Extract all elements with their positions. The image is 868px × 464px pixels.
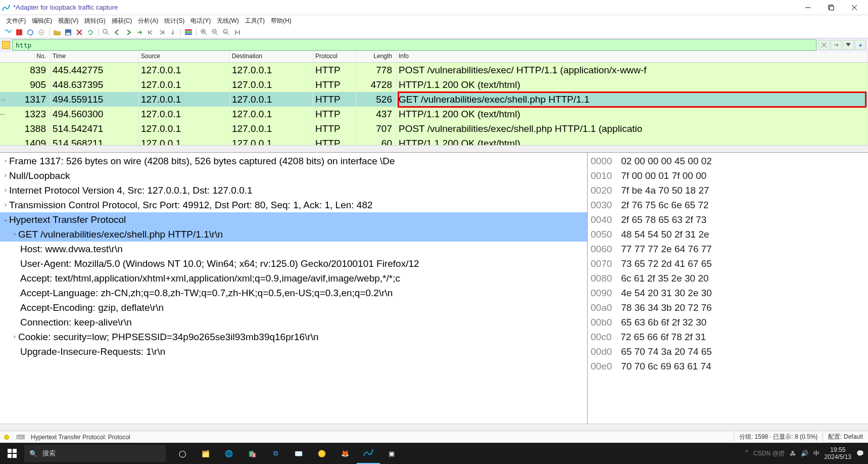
detail-line[interactable]: ›Null/Loopback [0, 168, 587, 183]
horizontal-scrollbar[interactable] [0, 145, 868, 152]
menu-item[interactable]: 视图(V) [55, 16, 81, 26]
mail-icon[interactable]: ✉️ [287, 443, 310, 464]
column-header-protocol[interactable]: Protocol [313, 52, 356, 62]
hex-row[interactable]: 005048 54 54 50 2f 31 2e [591, 227, 865, 242]
packet-bytes-pane[interactable]: 000002 00 00 00 45 00 0200107f 00 00 01 … [588, 153, 868, 424]
add-filter-icon[interactable]: + [855, 40, 866, 50]
zoom-in-icon[interactable] [199, 27, 209, 37]
hex-row[interactable]: 00c072 65 66 6f 78 2f 31 [591, 330, 865, 344]
packet-row[interactable]: 1388514.542471127.0.0.1127.0.0.1HTTP707P… [0, 121, 868, 136]
detail-line[interactable]: Accept: text/html,application/xhtml+xml,… [0, 271, 587, 286]
hex-row[interactable]: 00302f 76 75 6c 6e 65 72 [591, 198, 865, 212]
packet-details-pane[interactable]: ›Frame 1317: 526 bytes on wire (4208 bit… [0, 153, 588, 424]
packet-row[interactable]: ←1323494.560300127.0.0.1127.0.0.1HTTP437… [0, 107, 868, 121]
hex-row[interactable]: 006077 77 77 2e 64 76 77 [591, 242, 865, 256]
edge-icon[interactable]: 🌐 [217, 443, 240, 464]
text-icon[interactable]: ⌨ [13, 434, 28, 441]
resize-columns-icon[interactable] [232, 27, 243, 37]
column-header-no[interactable]: No. [0, 52, 51, 62]
packet-row[interactable]: 839445.442775127.0.0.1127.0.0.1HTTP778PO… [0, 63, 868, 77]
chrome-icon[interactable]: 🟡 [310, 443, 333, 464]
find-packet-icon[interactable] [101, 27, 111, 37]
menu-item[interactable]: 分析(A) [135, 16, 161, 26]
system-tray[interactable]: ˄ CSDN @捞 🖧 🔊 中 19:55 2024/5/13 💬 [741, 443, 868, 464]
detail-line[interactable]: Accept-Encoding: gzip, deflate\r\n [0, 300, 587, 315]
go-last-icon[interactable] [157, 27, 167, 37]
detail-line[interactable]: ›GET /vulnerabilities/exec/shell.php HTT… [0, 227, 587, 242]
packet-row[interactable]: 905448.637395127.0.0.1127.0.0.1HTTP4728H… [0, 77, 868, 92]
column-header-source[interactable]: Source [139, 52, 230, 62]
capture-options-icon[interactable] [36, 27, 46, 37]
menu-item[interactable]: 电话(Y) [187, 16, 214, 26]
expert-info-icon[interactable] [4, 435, 9, 440]
network-icon[interactable]: 🖧 [790, 450, 796, 457]
horizontal-scrollbar[interactable] [0, 424, 868, 431]
clear-filter-icon[interactable] [818, 40, 830, 50]
detail-line[interactable]: ›Internet Protocol Version 4, Src: 127.0… [0, 183, 587, 198]
colorize-icon[interactable] [183, 27, 194, 37]
hex-row[interactable]: 00e070 70 6c 69 63 61 74 [591, 359, 865, 374]
packet-list-body[interactable]: 839445.442775127.0.0.1127.0.0.1HTTP778PO… [0, 63, 868, 145]
ime-icon[interactable]: 中 [813, 449, 819, 458]
detail-line[interactable]: Accept-Language: zh-CN,zh;q=0.8,zh-TW;q=… [0, 286, 587, 300]
start-button[interactable] [0, 443, 24, 464]
packet-row[interactable]: →1317494.559115127.0.0.1127.0.0.1HTTP526… [0, 92, 868, 107]
menu-item[interactable]: 捕获(C) [109, 16, 135, 26]
zoom-reset-icon[interactable]: 1 [221, 27, 231, 37]
reload-icon[interactable] [85, 27, 95, 37]
hex-row[interactable]: 00806c 61 2f 35 2e 30 20 [591, 271, 865, 286]
vscode-icon[interactable]: ⧉ [264, 443, 287, 464]
store-icon[interactable]: 🛍️ [240, 443, 264, 464]
firefox-icon[interactable]: 🦊 [333, 443, 357, 464]
detail-line[interactable]: ›Frame 1317: 526 bytes on wire (4208 bit… [0, 154, 587, 168]
menu-item[interactable]: 编辑(E) [29, 16, 55, 26]
stop-capture-icon[interactable] [14, 27, 24, 37]
zoom-out-icon[interactable] [210, 27, 220, 37]
go-forward-icon[interactable] [123, 27, 133, 37]
hex-row[interactable]: 000002 00 00 00 45 00 02 [591, 154, 865, 168]
menu-item[interactable]: 无线(W) [214, 16, 242, 26]
column-header-time[interactable]: Time [51, 52, 139, 62]
column-header-length[interactable]: Length [356, 52, 397, 62]
tray-chevron-icon[interactable]: ˄ [745, 450, 748, 457]
wireshark-task-icon[interactable] [357, 443, 380, 464]
menu-item[interactable]: 工具(T) [242, 16, 268, 26]
packet-row[interactable]: 1409514.568211127.0.0.1127.0.0.1HTTP60HT… [0, 136, 868, 145]
minimize-button[interactable] [796, 1, 819, 15]
hex-row[interactable]: 00d065 70 74 3a 20 74 65 [591, 344, 865, 359]
close-file-icon[interactable] [74, 27, 84, 37]
restart-capture-icon[interactable] [25, 27, 35, 37]
go-first-icon[interactable] [146, 27, 156, 37]
volume-icon[interactable]: 🔊 [801, 450, 808, 457]
hex-row[interactable]: 00a078 36 34 3b 20 72 76 [591, 300, 865, 315]
detail-line[interactable]: ›Transmission Control Protocol, Src Port… [0, 198, 587, 212]
detail-line[interactable]: ›Cookie: security=low; PHPSESSID=34p9o26… [0, 330, 587, 344]
start-capture-icon[interactable] [3, 27, 13, 37]
apply-filter-icon[interactable] [831, 40, 842, 50]
bookmark-icon[interactable] [2, 41, 10, 49]
display-filter-input[interactable] [12, 39, 816, 51]
maximize-button[interactable] [819, 1, 843, 15]
hex-row[interactable]: 007073 65 72 2d 41 67 65 [591, 256, 865, 271]
detail-line[interactable]: Connection: keep-alive\r\n [0, 315, 587, 330]
detail-line[interactable]: ⌄Hypertext Transfer Protocol [0, 212, 587, 227]
hex-row[interactable]: 00107f 00 00 01 7f 00 00 [591, 168, 865, 183]
menu-item[interactable]: 帮助(H) [268, 16, 295, 26]
go-to-icon[interactable] [134, 27, 144, 37]
save-file-icon[interactable] [63, 27, 73, 37]
hex-row[interactable]: 00904e 54 20 31 30 2e 30 [591, 286, 865, 300]
detail-line[interactable]: User-Agent: Mozilla/5.0 (Windows NT 10.0… [0, 256, 587, 271]
close-button[interactable] [843, 1, 866, 15]
menu-item[interactable]: 文件(F) [3, 16, 29, 26]
auto-scroll-icon[interactable] [168, 27, 178, 37]
hex-row[interactable]: 00b065 63 6b 6f 2f 32 30 [591, 315, 865, 330]
terminal-icon[interactable]: ▣ [380, 443, 403, 464]
hex-row[interactable]: 00402f 65 78 65 63 2f 73 [591, 212, 865, 227]
explorer-icon[interactable]: 🗂️ [194, 443, 217, 464]
detail-line[interactable]: Upgrade-Insecure-Requests: 1\r\n [0, 344, 587, 359]
detail-line[interactable]: Host: www.dvwa.test\r\n [0, 242, 587, 256]
open-file-icon[interactable] [52, 27, 62, 37]
hex-row[interactable]: 00207f be 4a 70 50 18 27 [591, 183, 865, 198]
notifications-icon[interactable]: 💬 [856, 450, 864, 457]
status-profile[interactable]: 配置: Default [823, 433, 868, 441]
